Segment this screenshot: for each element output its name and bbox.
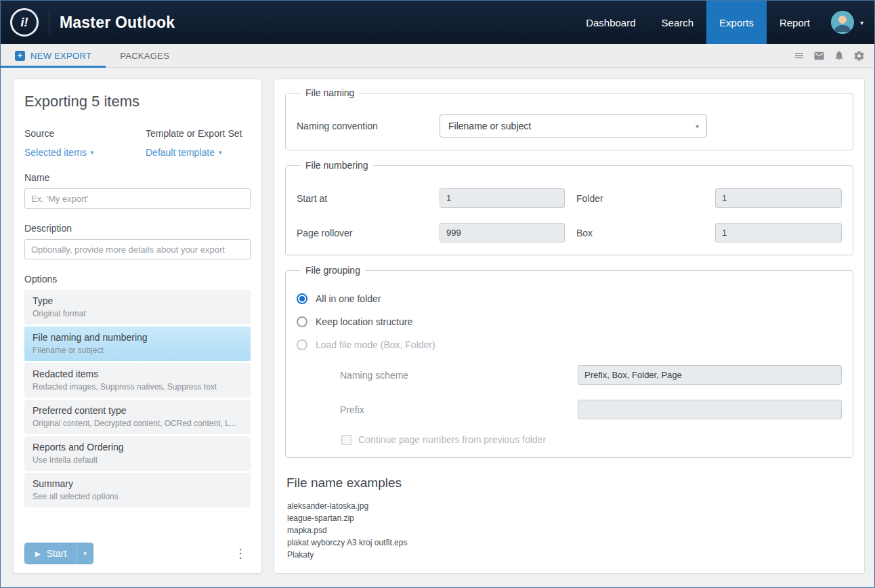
brand-divider xyxy=(49,11,49,34)
source-value: Selected items xyxy=(24,147,87,158)
option-file-naming-and-numbering[interactable]: File naming and numbering Filename or su… xyxy=(24,327,251,361)
nav-item-search[interactable]: Search xyxy=(649,1,707,44)
option-subtitle: Redacted images, Suppress natives, Suppr… xyxy=(33,382,242,392)
description-label: Description xyxy=(24,223,251,234)
option-title: Summary xyxy=(33,478,242,489)
prefix-input xyxy=(578,400,842,419)
nav-item-exports[interactable]: Exports xyxy=(706,1,767,44)
option-subtitle: Original content, Decrypted content, OCR… xyxy=(33,419,242,428)
nav-item-dashboard[interactable]: Dashboard xyxy=(573,1,648,44)
radio-label: All in one folder xyxy=(316,293,381,304)
page-rollover-label: Page rollover xyxy=(297,228,440,238)
list-icon[interactable] xyxy=(794,50,805,61)
folder-label: Folder xyxy=(576,193,715,204)
user-avatar xyxy=(831,11,854,34)
checkbox-icon xyxy=(341,435,351,445)
tab-label: NEW EXPORT xyxy=(30,51,91,61)
start-label: Start xyxy=(47,548,67,559)
option-type[interactable]: Type Original format xyxy=(24,290,251,324)
page-title: Exporting 5 items xyxy=(24,93,251,110)
load-file-mode-settings: Naming scheme Prefix Continue page numbe… xyxy=(340,365,842,445)
file-grouping-fieldset: File grouping All in one folder Keep loc… xyxy=(285,265,853,458)
continue-page-numbers-checkbox-row: Continue page numbers from previous fold… xyxy=(341,434,842,445)
radio-icon xyxy=(297,316,307,327)
naming-convention-value: Filename or subject xyxy=(448,121,531,131)
option-subtitle: Original format xyxy=(33,309,242,318)
file-numbering-legend: File numbering xyxy=(301,160,373,171)
tab-packages[interactable]: PACKAGES xyxy=(106,44,184,67)
start-at-label: Start at xyxy=(297,193,440,204)
naming-convention-select[interactable]: Filename or subject ▾ xyxy=(440,114,707,138)
top-nav: Dashboard Search Exports Report ▾ xyxy=(573,1,874,44)
radio-all-in-one-folder[interactable]: All in one folder xyxy=(297,293,842,304)
option-title: Preferred content type xyxy=(33,405,242,416)
tabbar-icons xyxy=(794,44,874,67)
option-subtitle: Use Intella default xyxy=(33,455,242,465)
naming-convention-label: Naming convention xyxy=(297,121,440,131)
radio-load-file-mode: Load file mode (Box, Folder) xyxy=(297,339,842,350)
box-label: Box xyxy=(576,228,715,238)
source-label: Source xyxy=(24,128,146,139)
start-split-button: ▶ Start ▾ xyxy=(24,543,93,564)
options-label: Options xyxy=(24,274,251,285)
folder-input[interactable] xyxy=(715,188,842,208)
chevron-down-icon: ▾ xyxy=(91,149,94,156)
naming-scheme-label: Naming scheme xyxy=(340,370,578,381)
user-menu[interactable]: ▾ xyxy=(823,1,874,44)
file-name-examples-title: File name examples xyxy=(285,476,853,490)
brand: i! Master Outlook xyxy=(1,1,175,44)
play-icon: ▶ xyxy=(35,550,41,558)
start-button[interactable]: ▶ Start xyxy=(25,543,77,564)
settings-icon[interactable] xyxy=(853,50,865,62)
file-naming-legend: File naming xyxy=(301,87,359,98)
chevron-down-icon: ▾ xyxy=(696,123,699,130)
export-description-input[interactable] xyxy=(24,239,251,259)
option-title: Reports and Ordering xyxy=(33,442,242,453)
option-reports-and-ordering[interactable]: Reports and Ordering Use Intella default xyxy=(24,436,251,471)
file-naming-fieldset: File naming Naming convention Filename o… xyxy=(285,87,853,150)
plus-icon: + xyxy=(15,51,25,61)
start-at-input[interactable] xyxy=(440,188,565,208)
option-title: Type xyxy=(33,295,242,306)
radio-label: Keep location structure xyxy=(316,316,412,327)
template-dropdown[interactable]: Default template ▾ xyxy=(146,147,242,158)
tab-label: PACKAGES xyxy=(120,51,169,61)
top-bar: i! Master Outlook Dashboard Search Expor… xyxy=(1,1,874,44)
source-dropdown[interactable]: Selected items ▾ xyxy=(24,147,146,158)
file-numbering-fieldset: File numbering Start at Folder Page roll… xyxy=(285,160,853,255)
nav-label: Search xyxy=(662,17,694,28)
mail-icon[interactable] xyxy=(813,50,825,62)
notifications-icon[interactable] xyxy=(834,50,845,61)
nav-label: Exports xyxy=(719,17,754,28)
export-summary-card: Exporting 5 items Source Selected items … xyxy=(13,79,262,574)
box-input[interactable] xyxy=(715,223,842,243)
radio-label: Load file mode (Box, Folder) xyxy=(316,339,435,350)
tab-bar: + NEW EXPORT PACKAGES xyxy=(1,44,874,68)
chevron-down-icon: ▾ xyxy=(860,19,863,26)
nav-label: Dashboard xyxy=(586,17,635,28)
option-redacted-items[interactable]: Redacted items Redacted images, Suppress… xyxy=(24,363,251,398)
export-name-input[interactable] xyxy=(24,188,251,209)
more-options-button[interactable]: ⋮ xyxy=(230,547,251,560)
export-settings-panel: File naming Naming convention Filename o… xyxy=(274,79,865,574)
example-filename: league-spartan.zip xyxy=(285,512,853,524)
radio-keep-location-structure[interactable]: Keep location structure xyxy=(297,316,842,327)
tab-new-export[interactable]: + NEW EXPORT xyxy=(1,44,106,67)
example-filename: plakat wyborczy A3 kroj outfit.eps xyxy=(285,537,853,549)
option-preferred-content-type[interactable]: Preferred content type Original content,… xyxy=(24,400,251,434)
page-rollover-input[interactable] xyxy=(440,223,565,243)
main-content: Exporting 5 items Source Selected items … xyxy=(1,68,874,587)
option-subtitle: Filename or subject xyxy=(33,345,242,355)
name-label: Name xyxy=(24,172,251,183)
option-title: File naming and numbering xyxy=(33,332,242,343)
chevron-down-icon: ▾ xyxy=(219,149,222,156)
naming-scheme-input xyxy=(578,365,842,385)
option-summary[interactable]: Summary See all selected options xyxy=(24,473,251,507)
nav-label: Report xyxy=(780,17,810,28)
nav-item-report[interactable]: Report xyxy=(767,1,823,44)
option-title: Redacted items xyxy=(33,369,242,379)
checkbox-label: Continue page numbers from previous fold… xyxy=(358,434,546,445)
start-dropdown-button[interactable]: ▾ xyxy=(77,543,93,564)
example-filename: aleksander-latoska.jpg xyxy=(285,500,853,512)
option-subtitle: See all selected options xyxy=(33,492,242,501)
